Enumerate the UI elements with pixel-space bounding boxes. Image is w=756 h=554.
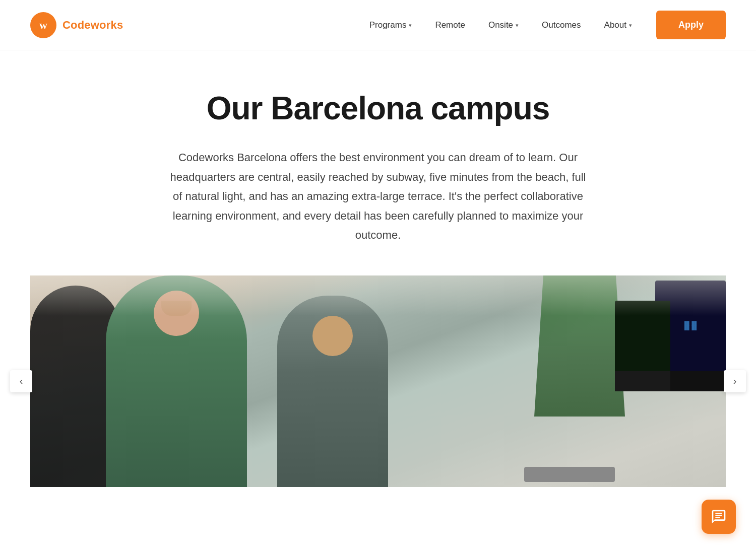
nav-item-remote[interactable]: Remote bbox=[426, 16, 474, 34]
logo-circle: w bbox=[30, 12, 56, 38]
logo[interactable]: w Codeworks bbox=[30, 12, 123, 38]
apply-button[interactable]: Apply bbox=[656, 11, 726, 39]
nav-item-about[interactable]: About ▾ bbox=[595, 16, 641, 34]
nav-item-programs[interactable]: Programs ▾ bbox=[360, 16, 421, 34]
carousel-track: ██ ████ ██ bbox=[30, 275, 726, 487]
carousel: ‹ ██ ████ ██ bbox=[0, 275, 756, 487]
light-overlay bbox=[30, 275, 726, 316]
page-description: Codeworks Barcelona offers the best envi… bbox=[166, 148, 590, 245]
chevron-down-icon: ▾ bbox=[516, 22, 519, 29]
page-title: Our Barcelona campus bbox=[166, 91, 590, 126]
laptop bbox=[524, 467, 615, 482]
main-content: Our Barcelona campus Codeworks Barcelona… bbox=[0, 50, 756, 487]
navbar: w Codeworks Programs ▾ Remote Onsite ▾ O… bbox=[0, 0, 756, 50]
carousel-next-button[interactable]: › bbox=[724, 370, 746, 392]
nav-item-onsite[interactable]: Onsite ▾ bbox=[479, 16, 528, 34]
carousel-prev-button[interactable]: ‹ bbox=[10, 370, 32, 392]
chevron-down-icon: ▾ bbox=[629, 22, 632, 29]
brand-name: Codeworks bbox=[62, 19, 123, 32]
face-2 bbox=[312, 316, 353, 356]
chat-icon bbox=[711, 509, 727, 525]
chat-button[interactable] bbox=[702, 500, 736, 534]
chevron-down-icon: ▾ bbox=[409, 22, 412, 29]
logo-letter: w bbox=[39, 19, 47, 32]
nav-item-outcomes[interactable]: Outcomes bbox=[533, 16, 590, 34]
hero-section: Our Barcelona campus Codeworks Barcelona… bbox=[146, 50, 610, 245]
person-silhouette-3 bbox=[277, 296, 388, 487]
nav-links: Programs ▾ Remote Onsite ▾ Outcomes Abou… bbox=[360, 11, 726, 39]
